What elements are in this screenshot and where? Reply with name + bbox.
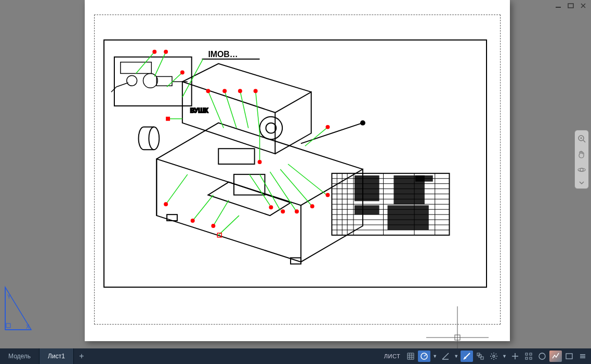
crosshair-plus-icon[interactable]: [509, 350, 521, 362]
svg-line-18: [116, 83, 128, 87]
svg-line-42: [193, 195, 214, 221]
plus-icon: +: [79, 352, 84, 361]
svg-rect-111: [526, 357, 528, 359]
svg-point-106: [493, 355, 495, 357]
svg-point-63: [295, 209, 299, 213]
ucs-icon: X Y: [3, 283, 34, 332]
svg-point-61: [269, 205, 273, 209]
isolate-objects-icon[interactable]: [536, 350, 548, 362]
paper-sheet: IМОВ… ВУШК: [85, 0, 510, 341]
svg-point-54: [206, 89, 210, 93]
svg-point-52: [164, 50, 168, 54]
technical-drawing: IМОВ… ВУШК: [104, 41, 486, 287]
svg-point-65: [326, 193, 330, 197]
orbit-icon[interactable]: [576, 165, 587, 175]
svg-rect-1: [568, 4, 573, 8]
svg-line-33: [167, 72, 182, 87]
maximize-button[interactable]: [566, 2, 575, 9]
status-bar: ЛИСТ ▼ ▼ ▼: [381, 348, 589, 364]
svg-point-67: [258, 160, 262, 164]
osnap-toggle-icon[interactable]: [439, 350, 452, 362]
svg-point-16: [127, 75, 137, 86]
tab-model[interactable]: Модель: [0, 348, 40, 364]
space-mode-label[interactable]: ЛИСТ: [381, 353, 403, 359]
svg-line-5: [583, 140, 585, 142]
svg-rect-89: [354, 176, 379, 201]
svg-line-34: [182, 59, 203, 97]
tab-model-label: Модель: [8, 353, 31, 360]
svg-line-32: [154, 52, 166, 77]
svg-point-56: [238, 89, 242, 93]
svg-point-6: [580, 168, 583, 171]
pan-hand-icon[interactable]: [576, 149, 587, 159]
svg-rect-91: [354, 205, 379, 214]
svg-line-99: [442, 353, 449, 359]
drawing-canvas[interactable]: X Y IМОВ…: [0, 0, 591, 348]
polar-toggle-icon[interactable]: [418, 350, 430, 362]
svg-point-55: [222, 89, 227, 93]
svg-rect-68: [166, 117, 170, 121]
customization-menu-icon[interactable]: [576, 350, 589, 362]
svg-line-46: [270, 172, 296, 210]
otrack-toggle-icon[interactable]: [461, 350, 473, 362]
svg-point-7: [578, 168, 585, 171]
svg-line-41: [166, 174, 188, 205]
svg-line-43: [213, 200, 229, 226]
svg-rect-112: [530, 357, 532, 359]
settings-gear-icon[interactable]: [488, 350, 500, 362]
svg-point-53: [180, 71, 185, 75]
svg-point-51: [152, 50, 156, 54]
svg-rect-93: [415, 176, 433, 182]
svg-point-25: [260, 117, 283, 140]
detail-label: ВУШК: [190, 107, 208, 114]
svg-point-64: [310, 204, 314, 208]
tab-add-button[interactable]: +: [74, 348, 89, 364]
title-block: [332, 173, 449, 235]
svg-line-48: [288, 164, 326, 195]
close-button[interactable]: [579, 2, 588, 9]
svg-line-38: [256, 91, 260, 133]
graphics-performance-icon[interactable]: [549, 350, 562, 362]
svg-rect-114: [566, 354, 572, 359]
drawing-title: IМОВ…: [208, 50, 238, 59]
svg-line-35: [208, 91, 224, 128]
grip-dots: [152, 50, 330, 237]
svg-rect-92: [388, 205, 429, 230]
settings-dropdown-caret-icon[interactable]: ▼: [501, 354, 508, 359]
grid-toggle-icon[interactable]: [404, 350, 417, 362]
svg-line-37: [240, 91, 248, 128]
machine-body: ВУШК: [139, 64, 365, 264]
zoom-extents-icon[interactable]: [576, 133, 587, 144]
selection-cycling-icon[interactable]: [474, 350, 487, 362]
leader-lines: [136, 52, 327, 235]
svg-point-66: [326, 125, 330, 129]
view-nav-panel: [574, 130, 589, 189]
nav-caret-icon[interactable]: [576, 180, 587, 185]
tab-sheet1-label: Лист1: [48, 353, 65, 360]
osnap-dropdown-caret-icon[interactable]: ▼: [453, 354, 459, 359]
window-controls: [554, 2, 588, 9]
svg-point-17: [143, 73, 157, 88]
quick-properties-icon[interactable]: [522, 350, 535, 362]
svg-line-49: [305, 128, 327, 146]
svg-rect-109: [526, 353, 528, 355]
svg-point-102: [464, 357, 466, 359]
polar-dropdown-caret-icon[interactable]: ▼: [431, 354, 438, 359]
svg-text:Y: Y: [7, 294, 11, 300]
svg-rect-13: [6, 323, 10, 328]
clean-screen-icon[interactable]: [563, 350, 575, 362]
tab-sheet1[interactable]: Лист1: [40, 348, 74, 364]
layout-tabs: Модель Лист1 + ЛИСТ ▼ ▼ ▼: [0, 348, 591, 364]
svg-line-19: [111, 87, 116, 92]
svg-point-59: [191, 219, 195, 223]
svg-point-24: [361, 121, 365, 125]
svg-point-23: [149, 127, 159, 150]
svg-point-60: [211, 224, 215, 228]
svg-point-62: [281, 209, 285, 213]
minimize-button[interactable]: [554, 2, 563, 9]
svg-text:X: X: [26, 324, 30, 330]
drawing-frame: IМОВ… ВУШК: [103, 39, 487, 288]
svg-line-50: [218, 215, 239, 235]
svg-point-58: [164, 202, 168, 206]
svg-rect-15: [121, 62, 151, 74]
